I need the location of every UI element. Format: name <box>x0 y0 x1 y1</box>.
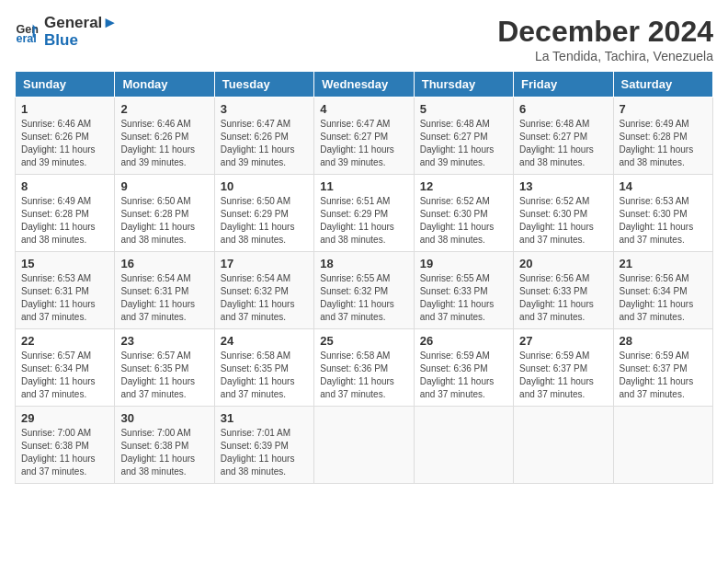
calendar-table: SundayMondayTuesdayWednesdayThursdayFrid… <box>15 71 713 484</box>
day-number: 21 <box>620 257 707 270</box>
calendar-day-cell: 3 Sunrise: 6:47 AM Sunset: 6:26 PM Dayli… <box>214 98 313 175</box>
calendar-day-cell: 12 Sunrise: 6:52 AM Sunset: 6:30 PM Dayl… <box>414 175 513 252</box>
calendar-day-cell: 7 Sunrise: 6:49 AM Sunset: 6:28 PM Dayli… <box>613 98 712 175</box>
day-detail: Sunrise: 6:55 AM Sunset: 6:32 PM Dayligh… <box>320 272 407 324</box>
weekday-header: Wednesday <box>314 72 414 98</box>
day-number: 18 <box>320 257 407 270</box>
logo-text-line2: Blue <box>44 32 118 50</box>
calendar-day-cell <box>613 407 712 484</box>
day-detail: Sunrise: 6:53 AM Sunset: 6:30 PM Dayligh… <box>620 195 707 247</box>
title-block: December 2024 La Tendida, Tachira, Venez… <box>497 15 713 63</box>
day-number: 28 <box>620 334 707 348</box>
calendar-day-cell: 11 Sunrise: 6:51 AM Sunset: 6:29 PM Dayl… <box>314 175 414 252</box>
calendar-day-cell: 10 Sunrise: 6:50 AM Sunset: 6:29 PM Dayl… <box>214 175 313 252</box>
calendar-day-cell: 15 Sunrise: 6:53 AM Sunset: 6:31 PM Dayl… <box>16 252 115 329</box>
day-detail: Sunrise: 6:49 AM Sunset: 6:28 PM Dayligh… <box>21 195 108 247</box>
day-detail: Sunrise: 7:00 AM Sunset: 6:38 PM Dayligh… <box>120 427 208 478</box>
day-detail: Sunrise: 6:49 AM Sunset: 6:28 PM Dayligh… <box>620 118 707 169</box>
day-number: 8 <box>21 179 108 193</box>
calendar-day-cell: 30 Sunrise: 7:00 AM Sunset: 6:38 PM Dayl… <box>115 407 214 484</box>
calendar-day-cell: 25 Sunrise: 6:58 AM Sunset: 6:36 PM Dayl… <box>314 329 414 407</box>
day-number: 4 <box>320 102 407 116</box>
calendar-day-cell <box>414 407 513 484</box>
calendar-day-cell: 13 Sunrise: 6:52 AM Sunset: 6:30 PM Dayl… <box>514 175 613 252</box>
calendar-day-cell: 31 Sunrise: 7:01 AM Sunset: 6:39 PM Dayl… <box>214 407 313 484</box>
logo-text-line1: General► <box>44 15 118 32</box>
day-detail: Sunrise: 7:01 AM Sunset: 6:39 PM Dayligh… <box>221 427 308 478</box>
day-detail: Sunrise: 6:51 AM Sunset: 6:29 PM Dayligh… <box>320 195 407 247</box>
calendar-day-cell: 16 Sunrise: 6:54 AM Sunset: 6:31 PM Dayl… <box>115 252 214 329</box>
day-detail: Sunrise: 6:59 AM Sunset: 6:37 PM Dayligh… <box>620 350 707 401</box>
day-number: 3 <box>221 102 308 116</box>
weekday-header: Friday <box>514 72 613 98</box>
month-title: December 2024 <box>497 15 713 49</box>
calendar-day-cell: 29 Sunrise: 7:00 AM Sunset: 6:38 PM Dayl… <box>16 407 115 484</box>
day-detail: Sunrise: 6:56 AM Sunset: 6:33 PM Dayligh… <box>519 272 607 324</box>
day-number: 19 <box>420 257 507 270</box>
day-number: 25 <box>320 334 407 348</box>
calendar-day-cell: 20 Sunrise: 6:56 AM Sunset: 6:33 PM Dayl… <box>514 252 613 329</box>
calendar-day-cell: 28 Sunrise: 6:59 AM Sunset: 6:37 PM Dayl… <box>613 329 712 407</box>
day-detail: Sunrise: 6:52 AM Sunset: 6:30 PM Dayligh… <box>519 195 607 247</box>
logo-icon: Gen eral <box>15 19 40 45</box>
day-number: 5 <box>420 102 507 116</box>
day-number: 6 <box>519 102 607 116</box>
calendar-day-cell: 5 Sunrise: 6:48 AM Sunset: 6:27 PM Dayli… <box>414 98 513 175</box>
day-detail: Sunrise: 6:48 AM Sunset: 6:27 PM Dayligh… <box>420 118 507 169</box>
day-number: 22 <box>21 334 108 348</box>
calendar-day-cell: 1 Sunrise: 6:46 AM Sunset: 6:26 PM Dayli… <box>16 98 115 175</box>
location-subtitle: La Tendida, Tachira, Venezuela <box>497 49 713 63</box>
day-detail: Sunrise: 6:46 AM Sunset: 6:26 PM Dayligh… <box>21 118 108 169</box>
calendar-week-row: 15 Sunrise: 6:53 AM Sunset: 6:31 PM Dayl… <box>16 252 713 329</box>
day-detail: Sunrise: 6:47 AM Sunset: 6:26 PM Dayligh… <box>221 118 308 169</box>
day-detail: Sunrise: 6:58 AM Sunset: 6:36 PM Dayligh… <box>320 350 407 401</box>
day-detail: Sunrise: 6:54 AM Sunset: 6:31 PM Dayligh… <box>120 272 208 324</box>
day-number: 31 <box>221 411 308 425</box>
svg-rect-3 <box>33 28 35 37</box>
day-number: 17 <box>221 257 308 270</box>
day-detail: Sunrise: 6:57 AM Sunset: 6:34 PM Dayligh… <box>21 350 108 401</box>
day-detail: Sunrise: 6:47 AM Sunset: 6:27 PM Dayligh… <box>320 118 407 169</box>
day-detail: Sunrise: 6:57 AM Sunset: 6:35 PM Dayligh… <box>120 350 208 401</box>
day-number: 7 <box>620 102 707 116</box>
day-detail: Sunrise: 6:59 AM Sunset: 6:36 PM Dayligh… <box>420 350 507 401</box>
day-detail: Sunrise: 6:50 AM Sunset: 6:29 PM Dayligh… <box>221 195 308 247</box>
weekday-header: Saturday <box>613 72 712 98</box>
day-detail: Sunrise: 6:59 AM Sunset: 6:37 PM Dayligh… <box>519 350 607 401</box>
weekday-header: Thursday <box>414 72 513 98</box>
day-number: 29 <box>21 411 108 425</box>
calendar-day-cell: 27 Sunrise: 6:59 AM Sunset: 6:37 PM Dayl… <box>514 329 613 407</box>
calendar-day-cell: 4 Sunrise: 6:47 AM Sunset: 6:27 PM Dayli… <box>314 98 414 175</box>
day-detail: Sunrise: 6:52 AM Sunset: 6:30 PM Dayligh… <box>420 195 507 247</box>
day-number: 16 <box>120 257 208 270</box>
weekday-header: Sunday <box>16 72 115 98</box>
calendar-day-cell: 23 Sunrise: 6:57 AM Sunset: 6:35 PM Dayl… <box>115 329 214 407</box>
calendar-day-cell: 19 Sunrise: 6:55 AM Sunset: 6:33 PM Dayl… <box>414 252 513 329</box>
day-detail: Sunrise: 7:00 AM Sunset: 6:38 PM Dayligh… <box>21 427 108 478</box>
page-header: Gen eral General► Blue December 2024 La … <box>15 15 713 63</box>
weekday-header: Tuesday <box>214 72 313 98</box>
day-number: 26 <box>420 334 507 348</box>
day-number: 15 <box>21 257 108 270</box>
day-number: 30 <box>120 411 208 425</box>
day-number: 12 <box>420 179 507 193</box>
day-number: 11 <box>320 179 407 193</box>
day-number: 20 <box>519 257 607 270</box>
day-number: 23 <box>120 334 208 348</box>
day-detail: Sunrise: 6:50 AM Sunset: 6:28 PM Dayligh… <box>120 195 208 247</box>
calendar-day-cell: 9 Sunrise: 6:50 AM Sunset: 6:28 PM Dayli… <box>115 175 214 252</box>
day-number: 9 <box>120 179 208 193</box>
day-number: 27 <box>519 334 607 348</box>
calendar-day-cell: 6 Sunrise: 6:48 AM Sunset: 6:27 PM Dayli… <box>514 98 613 175</box>
calendar-day-cell: 18 Sunrise: 6:55 AM Sunset: 6:32 PM Dayl… <box>314 252 414 329</box>
calendar-day-cell: 24 Sunrise: 6:58 AM Sunset: 6:35 PM Dayl… <box>214 329 313 407</box>
calendar-day-cell: 8 Sunrise: 6:49 AM Sunset: 6:28 PM Dayli… <box>16 175 115 252</box>
day-detail: Sunrise: 6:58 AM Sunset: 6:35 PM Dayligh… <box>221 350 308 401</box>
day-detail: Sunrise: 6:46 AM Sunset: 6:26 PM Dayligh… <box>120 118 208 169</box>
day-number: 24 <box>221 334 308 348</box>
calendar-day-cell: 21 Sunrise: 6:56 AM Sunset: 6:34 PM Dayl… <box>613 252 712 329</box>
day-number: 2 <box>120 102 208 116</box>
calendar-week-row: 29 Sunrise: 7:00 AM Sunset: 6:38 PM Dayl… <box>16 407 713 484</box>
day-number: 13 <box>519 179 607 193</box>
calendar-day-cell: 26 Sunrise: 6:59 AM Sunset: 6:36 PM Dayl… <box>414 329 513 407</box>
